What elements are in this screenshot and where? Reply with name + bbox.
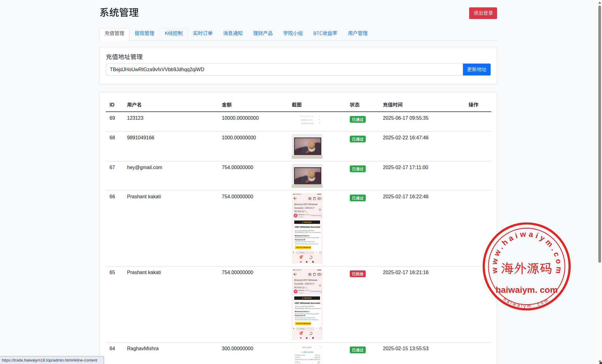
svg-text:Binance: Binance [299,289,304,291]
svg-text:300.0000: 300.0000 [314,357,320,358]
svg-text:[Binance] USDT Withdrawal: [Binance] USDT Withdrawal [294,203,317,206]
svg-text:to me: to me [299,292,303,294]
svg-text:TBejdJHoUwRtGza9vfxVVbb9Jdhqq2: TBejdJHoUwRtGza9vfxVVbb9Jdhqq2qiWD [295,313,319,315]
svg-text:×: × [320,347,321,348]
svg-text:180: 180 [318,361,320,363]
svg-text:Withdrawal Address :: Withdrawal Address : [295,235,310,237]
svg-text:1:43 pm: 1:43 pm [305,214,310,215]
svg-text:[Binance] USDT Withdrawal: [Binance] USDT Withdrawal [294,279,317,281]
svg-text:haiwaiym. com: haiwaiym. com [496,285,558,295]
svg-text:Withdrawal Address :: Withdrawal Address : [295,311,310,312]
svg-text:Transaction ID: Transaction ID [295,239,305,241]
svg-text:Visit Your Dashboard: Visit Your Dashboard [296,323,311,324]
svg-text:Quantity: Quantity [295,357,300,358]
svg-text:USDT Withdrawal Successful: USDT Withdrawal Successful [295,302,320,304]
svg-text:TBejdJHoUwRtGza9vfxVVbb9Jdhqq2: TBejdJHoUwRtGza9vfxVVbb9Jdhqq2qiWD [295,237,319,238]
svg-text:Unsubscribe Me: Unsubscribe Me [310,291,321,292]
svg-text:b4190cd1ab1f15a6b7e48fcf13111f: b4190cd1ab1f15a6b7e48fcf13111f1 [295,317,315,319]
svg-text:B: B [295,290,296,293]
svg-text:Visit Your Dashboard: Visit Your Dashboard [296,247,311,248]
svg-text:2025/8/13 9:51: 2025/8/13 9:51 [301,119,312,121]
svg-text:754.00000000 USDT from your ac: 754.00000000 USDT from your account. [295,308,321,309]
svg-text:Transaction type: Transaction type [295,354,305,356]
svg-text:754.00000000 USDT from your ac: 754.00000000 USDT from your account. [295,232,321,233]
svg-text:Successful - 2025-02-17: Successful - 2025-02-17 [294,207,315,209]
svg-text:37b7455c25d1240ebe5cdcbe113a55: 37b7455c25d1240ebe5cdcbe113a55a51f [295,319,318,320]
svg-text:Binance: Binance [299,214,305,215]
svg-text:Transaction ID: Transaction ID [295,315,305,316]
svg-text:You've successfully withdrawn: You've successfully withdrawn [295,230,314,231]
svg-text:www.haiwaiym.com: www.haiwaiym.com [490,229,564,277]
svg-text:Buy Up: Buy Up [315,354,320,356]
svg-text:2025/8/13 16:09: 2025/8/13 16:09 [301,122,313,124]
svg-text:37b7455c25d1240ebe5cdcbe113a55: 37b7455c25d1240ebe5cdcbe113a55a51f [295,243,318,245]
svg-text:Hypothetical price in (Yens): Hypothetical price in (Yens) [295,359,312,360]
svg-text:USDT Withdrawal Successful: USDT Withdrawal Successful [295,226,320,228]
svg-text:B: B [295,214,296,217]
svg-text:Successful - 2025-02-17: Successful - 2025-02-17 [294,283,315,285]
svg-text:↩ ➔ Reply: ↩ ➔ Reply [297,252,304,254]
svg-text:b4190cd1ab1f15a6b7e48fcf13111f: b4190cd1ab1f15a6b7e48fcf13111f1 [295,241,315,242]
svg-text:1:43 pm: 1:43 pm [305,290,310,291]
svg-text:BTC/USDT: BTC/USDT [303,347,312,348]
svg-text:BINANCE: BINANCE [304,221,312,223]
svg-text:+ 350.0000: + 350.0000 [301,351,313,354]
svg-text:BINANCE: BINANCE [304,297,312,299]
svg-text:Unsubscribe Me: Unsubscribe Me [310,215,321,216]
svg-text:↩ ➔ Reply: ↩ ➔ Reply [297,328,304,330]
svg-text:10000.083 Rid: 10000.083 Rid [311,359,320,360]
svg-text:Amount: Amount [295,361,300,363]
svg-text:You've successfully withdrawn: You've successfully withdrawn [295,306,314,307]
svg-text:to me: to me [299,216,303,218]
